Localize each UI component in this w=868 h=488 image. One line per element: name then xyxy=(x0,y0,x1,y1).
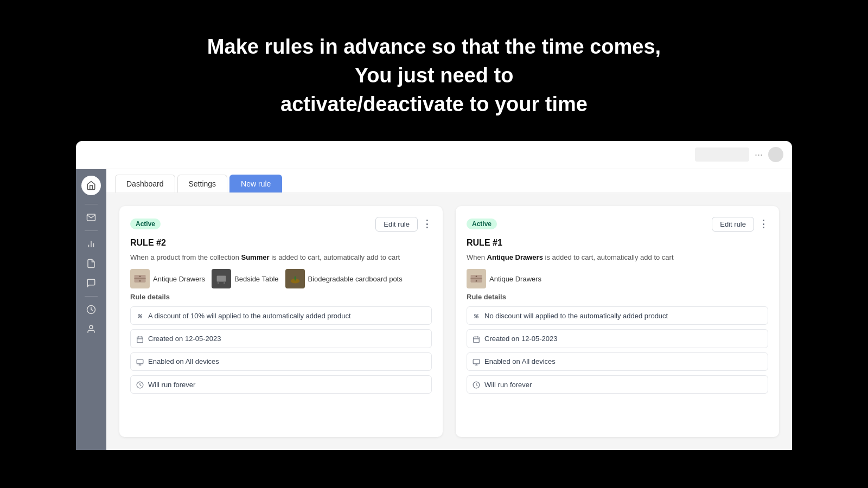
top-bar: ··· xyxy=(76,141,792,169)
product-thumb-drawers-1 xyxy=(467,269,486,288)
calendar-icon-1 xyxy=(473,334,480,343)
detail-clock-text-2: Will run forever xyxy=(148,381,195,389)
calendar-icon-2 xyxy=(136,334,144,343)
card-header-1: Active Edit rule ⋮ xyxy=(467,217,768,232)
detail-created-text-1: Created on 12-05-2023 xyxy=(484,335,557,343)
product-name-drawers: Antique Drawers xyxy=(153,275,205,283)
product-thumb-bedside xyxy=(212,269,231,288)
sidebar-item-document[interactable] xyxy=(82,255,100,272)
svg-point-14 xyxy=(140,316,142,318)
svg-rect-10 xyxy=(218,282,219,284)
menu-dots[interactable]: ··· xyxy=(755,149,763,160)
detail-clock-2: Will run forever xyxy=(130,375,432,394)
more-options-1[interactable]: ⋮ xyxy=(758,218,768,230)
svg-rect-16 xyxy=(137,337,143,343)
edit-rule-button-1[interactable]: Edit rule xyxy=(712,217,754,232)
detail-clock-text-1: Will run forever xyxy=(484,381,532,389)
product-name-bedside: Bedside Table xyxy=(234,275,278,283)
svg-point-27 xyxy=(476,280,477,282)
rule-details-title-2: Rule details xyxy=(130,293,432,301)
discount-icon-2 xyxy=(136,311,144,320)
detail-device-text-2: Enabled on All devices xyxy=(148,357,219,365)
edit-rule-button-2[interactable]: Edit rule xyxy=(375,217,418,232)
rule-description-1: When Antique Drawers is added to cart, a… xyxy=(467,252,768,263)
product-name-bio: Biodegradable cardboard pots xyxy=(308,275,403,283)
clock-icon-1 xyxy=(473,380,480,389)
active-badge-2: Active xyxy=(130,219,161,229)
main-layout: Dashboard Settings New rule Active Edit … xyxy=(76,169,792,450)
sidebar-item-user[interactable] xyxy=(82,320,100,338)
svg-rect-35 xyxy=(473,359,480,364)
tab-new-rule[interactable]: New rule xyxy=(229,175,282,192)
detail-device-1: Enabled on All devices xyxy=(467,352,768,371)
sidebar-item-chat[interactable] xyxy=(82,274,100,292)
card-actions-1: Edit rule ⋮ xyxy=(712,217,768,232)
content-area: Dashboard Settings New rule Active Edit … xyxy=(106,169,792,450)
discount-icon-1 xyxy=(473,311,480,320)
clock-icon-2 xyxy=(136,380,144,389)
detail-clock-1: Will run forever xyxy=(467,375,768,394)
active-badge-1: Active xyxy=(467,219,497,229)
avatar[interactable] xyxy=(768,147,783,162)
detail-created-2: Created on 12-05-2023 xyxy=(130,329,432,348)
rule-details-title-1: Rule details xyxy=(467,293,768,301)
svg-point-26 xyxy=(476,275,477,277)
rule-card-2: Active Edit rule ⋮ RULE #2 When a produc… xyxy=(119,206,443,437)
hero-title: Make rules in advance so that the time c… xyxy=(190,33,678,119)
svg-point-8 xyxy=(139,280,141,282)
detail-discount-1: No discount will applied to the automati… xyxy=(467,306,768,325)
sidebar-divider-2 xyxy=(85,230,98,231)
sidebar-divider-3 xyxy=(85,296,98,297)
product-thumb-bio xyxy=(285,269,305,288)
device-icon-2 xyxy=(136,357,144,366)
svg-point-7 xyxy=(139,275,141,277)
detail-discount-text-2: A discount of 10% will applied to the au… xyxy=(148,312,351,320)
rule-title-2: RULE #2 xyxy=(130,238,432,248)
rule-card-1: Active Edit rule ⋮ RULE #1 When Antique … xyxy=(456,206,779,437)
tab-settings[interactable]: Settings xyxy=(177,175,228,192)
svg-rect-9 xyxy=(217,275,226,281)
tab-dashboard[interactable]: Dashboard xyxy=(115,175,175,192)
cards-container: Active Edit rule ⋮ RULE #2 When a produc… xyxy=(106,193,792,450)
detail-discount-2: A discount of 10% will applied to the au… xyxy=(130,306,432,325)
svg-point-4 xyxy=(90,325,93,329)
product-thumb-drawers xyxy=(130,269,150,288)
app-container: ··· xyxy=(76,141,792,450)
more-options-2[interactable]: ⋮ xyxy=(422,218,432,230)
svg-point-28 xyxy=(475,314,477,317)
sidebar-item-inbox[interactable] xyxy=(82,209,100,226)
sidebar-divider-1 xyxy=(85,204,98,204)
svg-rect-31 xyxy=(474,337,480,343)
detail-device-text-1: Enabled on All devices xyxy=(484,357,556,365)
search-bar[interactable] xyxy=(695,147,749,162)
product-list-2: Antique Drawers Bedside Table xyxy=(130,269,432,288)
hero-section: Make rules in advance so that the time c… xyxy=(0,0,868,141)
product-name-drawers-1: Antique Drawers xyxy=(489,275,541,283)
svg-rect-20 xyxy=(137,359,143,364)
rule-description-2: When a product from the collection Summe… xyxy=(130,252,432,263)
svg-rect-25 xyxy=(471,278,482,279)
sidebar-item-home[interactable] xyxy=(81,176,101,195)
product-item-bio: Biodegradable cardboard pots xyxy=(285,269,403,288)
product-item-bedside: Bedside Table xyxy=(212,269,278,288)
product-item-drawers-1: Antique Drawers xyxy=(467,269,541,288)
device-icon-1 xyxy=(473,357,480,366)
svg-point-29 xyxy=(476,316,478,318)
svg-rect-11 xyxy=(224,282,225,284)
detail-created-1: Created on 12-05-2023 xyxy=(467,329,768,348)
detail-device-2: Enabled on All devices xyxy=(130,352,432,371)
sidebar-item-chart[interactable] xyxy=(82,235,100,253)
sidebar xyxy=(76,169,106,450)
card-header-2: Active Edit rule ⋮ xyxy=(130,217,432,232)
product-item-drawers: Antique Drawers xyxy=(130,269,205,288)
card-actions-2: Edit rule ⋮ xyxy=(375,217,432,232)
detail-created-text-2: Created on 12-05-2023 xyxy=(148,335,221,343)
svg-rect-6 xyxy=(135,278,146,279)
nav-tabs: Dashboard Settings New rule xyxy=(106,169,792,193)
detail-discount-text-1: No discount will applied to the automati… xyxy=(484,312,668,320)
product-list-1: Antique Drawers xyxy=(467,269,768,288)
svg-point-13 xyxy=(138,314,141,317)
sidebar-item-clock[interactable] xyxy=(82,301,100,318)
rule-title-1: RULE #1 xyxy=(467,238,768,248)
